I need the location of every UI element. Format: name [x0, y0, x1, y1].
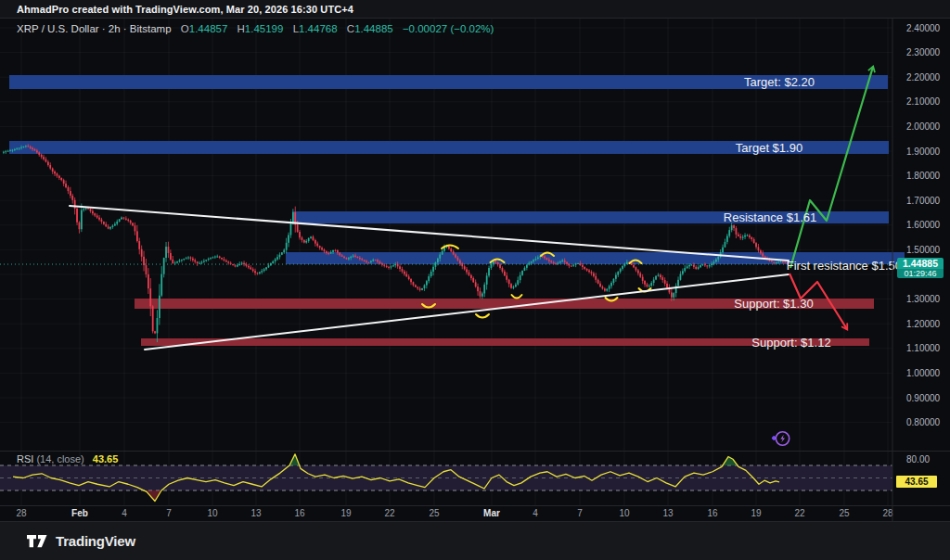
price-axis-label[interactable]: 2.00000	[906, 121, 941, 132]
axis-separator	[0, 521, 950, 522]
time-axis-label[interactable]: 16	[294, 508, 305, 518]
close-label: C	[347, 23, 354, 34]
level-label[interactable]: Support: $1.12	[751, 336, 830, 350]
time-axis-label[interactable]: 10	[207, 508, 218, 518]
price-axis-label[interactable]: 1.50000	[906, 245, 941, 255]
time-axis-label[interactable]: 19	[751, 508, 762, 518]
tradingview-logo-icon	[26, 533, 48, 549]
ascending-support-trendline[interactable]	[145, 274, 789, 350]
bullish-projection-arrow[interactable]	[790, 67, 873, 268]
price-axis-label[interactable]: 1.60000	[906, 220, 941, 230]
time-axis-label[interactable]: 19	[340, 508, 352, 518]
price-axis-label[interactable]: 1.30000	[906, 294, 941, 304]
high-value: 1.45199	[245, 23, 284, 34]
rsi-legend[interactable]: RSI (14, close) 43.65	[17, 453, 118, 465]
level-label[interactable]: Target: $2.20	[744, 75, 815, 89]
time-axis-label[interactable]: 7	[577, 508, 583, 518]
footer-bar: TradingView	[0, 522, 950, 560]
time-axis-label[interactable]: 4	[533, 508, 538, 518]
price-axis-label[interactable]: 2.10000	[906, 96, 941, 107]
time-axis-label[interactable]: 13	[250, 508, 262, 518]
time-axis-label[interactable]: 22	[384, 508, 395, 518]
time-axis-label[interactable]: 13	[662, 508, 674, 518]
candles	[3, 144, 789, 342]
rsi-axis-label: 80.00	[906, 454, 930, 465]
price-axis-label[interactable]: 1.00000	[906, 368, 941, 378]
price-axis-label[interactable]: 1.90000	[906, 146, 941, 157]
time-axis-label[interactable]: 22	[794, 508, 805, 518]
price-axis-label[interactable]: 2.20000	[906, 72, 941, 83]
level-label[interactable]: Resistance $1.61	[724, 210, 816, 224]
rsi-value: 43.65	[93, 453, 119, 465]
open-value: 1.44857	[189, 23, 228, 34]
rsi-title: RSI	[17, 453, 33, 465]
lightning-bolt-icon[interactable]	[766, 428, 794, 452]
time-axis-label[interactable]: 4	[122, 508, 127, 518]
swing-mark[interactable]	[512, 295, 522, 299]
price-axis-label[interactable]: 1.10000	[906, 343, 941, 353]
price-axis-label[interactable]: 2.30000	[906, 47, 941, 57]
tradingview-brand-text: TradingView	[56, 533, 135, 549]
level-label[interactable]: First resistance $1.50	[787, 259, 902, 273]
symbol-legend[interactable]: XRP / U.S. Dollar · 2h · Bitstamp O1.448…	[17, 23, 494, 34]
pane-separator-2[interactable]	[0, 505, 950, 506]
time-axis-label[interactable]: Mar	[483, 508, 500, 518]
time-axis-label[interactable]: 25	[839, 508, 850, 518]
rsi-value-badge: 43.65	[896, 476, 937, 488]
level-label[interactable]: Target $1.90	[736, 141, 802, 155]
level-label[interactable]: Support: $1.30	[734, 297, 813, 311]
symbol-title: XRP / U.S. Dollar · 2h · Bitstamp	[17, 23, 172, 34]
time-axis-label[interactable]: 10	[619, 508, 630, 518]
last-price: 1.44885	[897, 258, 944, 269]
tradingview-chart-window: AhmadPro created with TradingView.com, M…	[0, 0, 950, 560]
time-axis-label[interactable]: 28	[16, 508, 27, 518]
tradingview-logo[interactable]: TradingView	[26, 533, 135, 549]
price-axis-label[interactable]: 1.70000	[906, 196, 941, 206]
price-chart[interactable]: 2.400002.300002.200002.100002.000001.900…	[0, 0, 950, 560]
time-axis-label[interactable]: 7	[166, 508, 172, 518]
swing-mark[interactable]	[476, 314, 489, 318]
time-axis-label[interactable]: 28	[882, 508, 893, 518]
time-axis-label[interactable]: 16	[707, 508, 718, 518]
price-axis-label[interactable]: 1.20000	[906, 319, 941, 329]
close-value: 1.44885	[354, 23, 393, 34]
low-value: 1.44768	[299, 23, 338, 34]
price-axis-label[interactable]: 2.40000	[906, 23, 941, 33]
high-label: H	[238, 23, 245, 34]
last-price-badge: 1.44885 01:29:46	[897, 258, 944, 278]
price-axis-label[interactable]: 0.90000	[906, 393, 941, 403]
open-label: O	[181, 23, 189, 34]
pane-separator[interactable]	[0, 451, 950, 452]
bar-countdown: 01:29:46	[897, 269, 944, 278]
price-axis-label[interactable]: 0.80000	[906, 417, 941, 427]
rsi-params: (14, close)	[36, 453, 83, 465]
price-axis-label[interactable]: 1.80000	[906, 171, 941, 181]
time-axis-label[interactable]: 25	[429, 508, 440, 518]
time-axis-label[interactable]: Feb	[71, 508, 88, 518]
change-value: −0.00027 (−0.02%)	[403, 23, 494, 34]
